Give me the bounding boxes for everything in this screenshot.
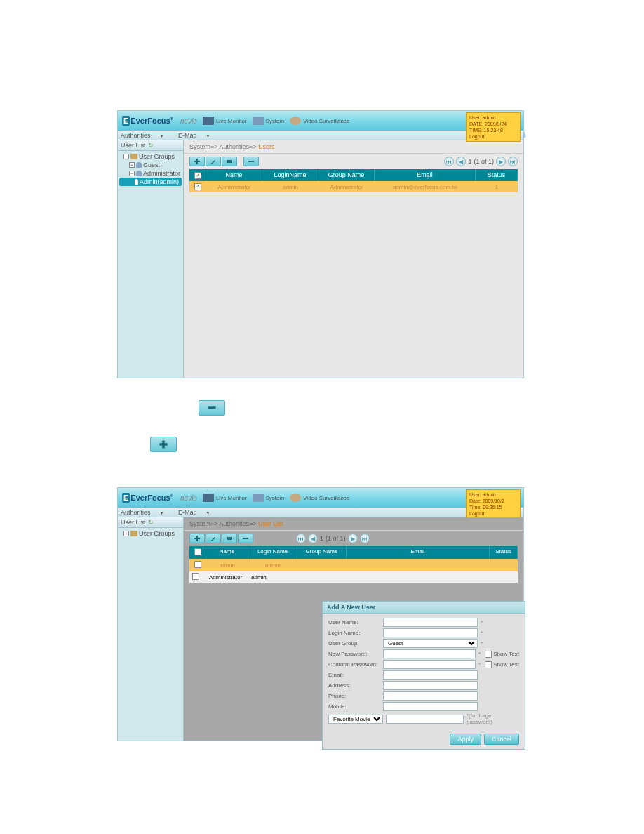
row-checkbox[interactable] — [192, 573, 199, 580]
next-page-button[interactable]: ▶ — [348, 534, 358, 543]
print-button[interactable] — [222, 157, 237, 166]
monitor-icon — [203, 494, 214, 502]
security-question-select[interactable]: Favorite Movie Name — [328, 715, 383, 724]
menu-authorities[interactable]: Authorities ▼ — [121, 132, 171, 139]
sidebar-header: User List↻ — [118, 140, 183, 151]
table-row[interactable]: Administrator admin — [189, 571, 518, 583]
nav-system[interactable]: System — [253, 117, 285, 125]
col-email: Email — [347, 546, 490, 559]
refresh-icon[interactable]: ↻ — [148, 519, 154, 526]
prev-page-button[interactable]: ◀ — [456, 157, 466, 166]
first-page-button[interactable]: ⏮ — [444, 157, 454, 166]
showtext-checkbox[interactable] — [485, 651, 492, 658]
refresh-icon[interactable]: ↻ — [148, 142, 154, 149]
col-email: Email — [375, 169, 476, 181]
svg-rect-0 — [227, 160, 232, 163]
menu-authorities[interactable]: Authorities ▼ — [121, 509, 171, 516]
last-page-button[interactable]: ⏭ — [360, 534, 370, 543]
add-button[interactable] — [189, 534, 205, 543]
usergroup-select[interactable]: Guest — [383, 639, 478, 648]
group-icon — [136, 171, 142, 176]
app-window-1: EEverFocus® nevio Live Monitor System Vi… — [117, 110, 524, 378]
logout-link[interactable]: Logout — [469, 510, 517, 517]
collapse-icon[interactable]: − — [123, 154, 129, 159]
table-header: ✓ Name LoginName Group Name Email Status — [189, 169, 518, 181]
next-page-button[interactable]: ▶ — [496, 157, 506, 166]
tree-admin[interactable]: −Administrator — [119, 169, 182, 178]
mobile-input[interactable] — [383, 702, 478, 711]
nav-live-monitor[interactable]: Live Monitor — [203, 494, 247, 502]
print-button[interactable] — [222, 534, 237, 543]
delete-button[interactable] — [243, 157, 259, 166]
nav-system[interactable]: System — [253, 494, 285, 502]
showtext-checkbox[interactable] — [485, 661, 492, 668]
address-input[interactable] — [383, 681, 478, 690]
info-time: Time: 09:36:15 — [469, 504, 517, 510]
menu-emap[interactable]: E-Map ▼ — [178, 132, 217, 139]
row-checkbox[interactable] — [194, 561, 201, 568]
sidebar: User List↻ +User Groups — [118, 517, 184, 741]
table-header: Name Login Name Group Name Email Status — [189, 546, 518, 559]
table-row[interactable]: ✓ Administrator admin Administrator admi… — [189, 181, 518, 192]
page-number: 1 — [468, 158, 471, 165]
table-row[interactable]: admin admin — [189, 559, 518, 571]
camera-icon — [290, 494, 301, 502]
group-icon — [136, 162, 142, 168]
info-time: TIME: 15:23:48 — [469, 127, 517, 133]
tree-root[interactable]: −User Groups — [119, 152, 182, 161]
info-date: DATE: 2009/9/24 — [469, 121, 517, 127]
tree-admin-user[interactable]: Admin(admin) — [119, 178, 182, 186]
apply-button[interactable]: Apply — [450, 734, 481, 745]
add-button[interactable] — [189, 157, 205, 166]
col-login: LoginName — [262, 169, 318, 181]
col-name: Name — [206, 546, 248, 559]
breadcrumb: System=> Authorities=> Users — [184, 140, 523, 154]
first-page-button[interactable]: ⏮ — [296, 534, 306, 543]
loginname-input[interactable] — [383, 628, 478, 637]
collapse-icon[interactable]: − — [129, 171, 135, 176]
minus-button-example — [199, 400, 225, 416]
username-input[interactable] — [383, 618, 478, 627]
menu-emap[interactable]: E-Map ▼ — [178, 509, 217, 516]
cancel-button[interactable]: Cancel — [484, 734, 519, 745]
expand-icon[interactable]: + — [129, 162, 135, 168]
tree-guest[interactable]: +Guest — [119, 161, 182, 169]
last-page-button[interactable]: ⏭ — [508, 157, 518, 166]
pager: ⏮ ◀ 1 (1 of 1) ▶ ⏭ — [444, 157, 518, 166]
select-all-checkbox[interactable] — [194, 548, 201, 555]
tree-root[interactable]: +User Groups — [119, 529, 182, 538]
pager: ⏮ ◀ 1 (1 of 1) ▶ ⏭ — [296, 534, 370, 543]
brand-name: EverFocus — [130, 494, 170, 502]
nav-video[interactable]: Video Surveillance — [290, 494, 349, 502]
user-table: ✓ Name LoginName Group Name Email Status… — [189, 169, 518, 192]
logout-link[interactable]: Logout — [469, 133, 517, 140]
newpass-input[interactable] — [383, 649, 476, 658]
security-answer-input[interactable] — [386, 715, 464, 724]
header: EEverFocus® nevio Live Monitor System Vi… — [118, 488, 523, 508]
forgot-hint: *(for forget password) — [467, 713, 519, 725]
nav-video[interactable]: Video Surveillance — [290, 117, 349, 125]
email-input[interactable] — [383, 670, 478, 680]
toolbar: ⏮ ◀ 1 (1 of 1) ▶ ⏭ — [184, 531, 523, 546]
sidebar: User List↻ −User Groups +Guest −Administ… — [118, 140, 184, 378]
col-status: Status — [476, 169, 518, 181]
main-panel: System=> Authorities=> Users ⏮ ◀ 1 (1 of… — [184, 140, 523, 378]
app-window-2: EEverFocus® nevio Live Monitor System Vi… — [117, 487, 524, 741]
user-icon — [135, 179, 138, 185]
loginname-label: Login Name: — [328, 630, 383, 636]
delete-button[interactable] — [238, 534, 253, 543]
confpass-input[interactable] — [383, 660, 476, 669]
nav-live-monitor[interactable]: Live Monitor — [203, 117, 247, 125]
edit-button[interactable] — [206, 534, 221, 543]
col-login: Login Name — [248, 546, 297, 559]
main-panel: System=> Authorities=> User List ⏮ ◀ 1 (… — [184, 517, 523, 741]
camera-icon — [290, 117, 301, 125]
row-checkbox[interactable]: ✓ — [194, 183, 201, 190]
header: EEverFocus® nevio Live Monitor System Vi… — [118, 111, 523, 131]
select-all-checkbox[interactable]: ✓ — [194, 172, 201, 179]
expand-icon[interactable]: + — [123, 531, 129, 536]
prev-page-button[interactable]: ◀ — [308, 534, 318, 543]
page-total: (1 of 1) — [474, 158, 494, 165]
edit-button[interactable] — [206, 157, 221, 166]
phone-input[interactable] — [383, 691, 478, 701]
